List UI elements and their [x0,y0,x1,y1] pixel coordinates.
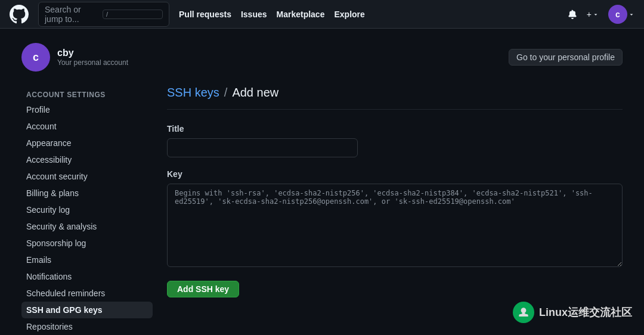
ssh-key-form: Title Key Add SSH key [167,124,623,297]
key-group: Key [167,169,623,269]
sidebar-item-appearance[interactable]: Appearance [21,135,153,151]
topnav-right: + c [568,5,634,24]
main-content: SSH keys / Add new Title Key Add SSH key [167,86,623,335]
sidebar-item-billing[interactable]: Billing & plans [21,185,153,201]
github-logo[interactable] [10,5,29,24]
sidebar-item-account[interactable]: Account [21,118,153,135]
key-textarea[interactable] [167,184,623,267]
page-title-area: SSH keys / Add new [167,86,623,110]
title-group: Title [167,124,623,157]
title-label: Title [167,124,623,134]
user-details: cby Your personal account [57,48,128,67]
explore-link[interactable]: Explore [334,10,364,19]
sidebar-item-sponsorship-log[interactable]: Sponsorship log [21,235,153,252]
top-navigation: Search or jump to... / Pull requests Iss… [0,0,644,29]
key-label: Key [167,169,623,179]
pull-requests-link[interactable]: Pull requests [179,10,231,19]
sidebar-item-accessibility[interactable]: Accessibility [21,151,153,168]
new-button[interactable]: + [587,10,599,19]
add-ssh-key-button[interactable]: Add SSH key [167,281,239,297]
sidebar-item-scheduled-reminders[interactable]: Scheduled reminders [21,285,153,302]
title-input[interactable] [167,138,358,157]
profile-button[interactable]: Go to your personal profile [509,49,623,66]
sidebar-item-notifications[interactable]: Notifications [21,268,153,285]
content-wrapper: Account settings Profile Account Appeara… [21,86,623,335]
issues-link[interactable]: Issues [241,10,267,19]
user-header: c cby Your personal account Go to your p… [21,43,623,72]
search-kbd: / [103,10,163,19]
breadcrumb: SSH keys / Add new [167,86,623,100]
search-text: Search or jump to... [45,5,98,24]
username: cby [57,48,128,58]
breadcrumb-separator: / [224,86,228,100]
sidebar: Account settings Profile Account Appeara… [21,86,153,335]
sidebar-item-repositories[interactable]: Repositories [21,318,153,335]
user-info: c cby Your personal account [21,43,128,72]
plus-icon: + [587,10,592,19]
sidebar-item-ssh-gpg-keys[interactable]: SSH and GPG keys [21,302,153,318]
marketplace-link[interactable]: Marketplace [277,10,325,19]
page-layout: c cby Your personal account Go to your p… [12,29,632,335]
avatar: c [21,43,50,72]
user-menu-button[interactable]: c [608,5,634,24]
breadcrumb-link[interactable]: SSH keys [167,86,219,100]
user-avatar-small: c [608,5,627,24]
sidebar-item-security-analysis[interactable]: Security & analysis [21,218,153,235]
sidebar-item-emails[interactable]: Emails [21,252,153,268]
sidebar-item-security-log[interactable]: Security log [21,201,153,218]
topnav-links: Pull requests Issues Marketplace Explore [179,10,365,19]
user-subtitle: Your personal account [57,58,128,67]
breadcrumb-current: Add new [232,86,278,100]
sidebar-item-account-security[interactable]: Account security [21,168,153,185]
search-bar[interactable]: Search or jump to... / [38,2,169,27]
sidebar-section-title: Account settings [21,86,153,101]
notifications-button[interactable] [568,10,577,19]
sidebar-item-profile[interactable]: Profile [21,101,153,118]
